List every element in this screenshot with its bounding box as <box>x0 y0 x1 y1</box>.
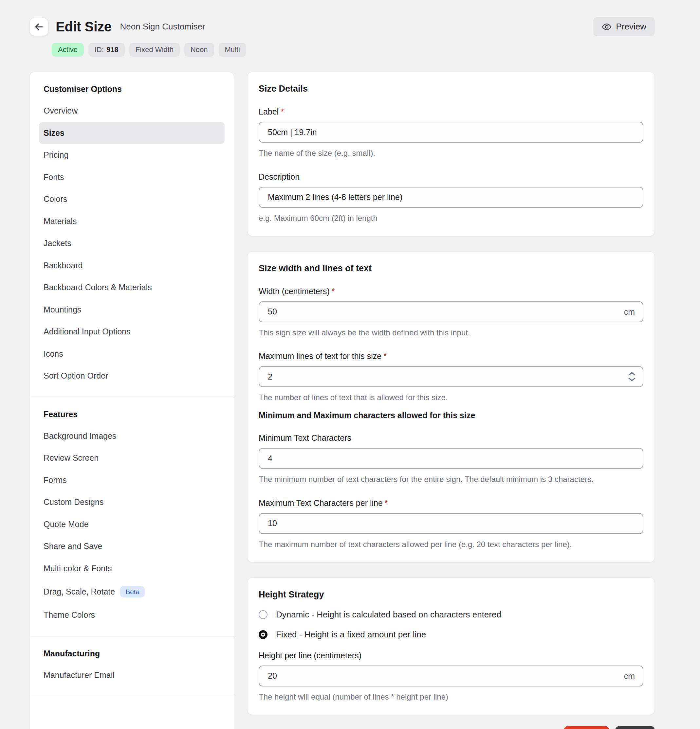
field-label-text: Width (centimeters) <box>259 287 330 296</box>
id-badge-value: 918 <box>106 45 118 54</box>
size-width-card: Size width and lines of text Width (cent… <box>247 251 655 562</box>
required-asterisk: * <box>385 498 388 507</box>
save-button[interactable]: Save <box>615 726 655 729</box>
sidebar-item-label: Fonts <box>44 173 64 182</box>
eye-icon <box>602 22 611 32</box>
max-chars-field-block: Maximum Text Characters per line* The ma… <box>259 498 643 550</box>
height-strategy-title: Height Strategy <box>259 590 643 600</box>
sidebar-item-label: Sort Option Order <box>44 371 108 380</box>
max-chars-field-label: Maximum Text Characters per line* <box>259 498 643 508</box>
height-strategy-option-fixed[interactable]: Fixed - Height is a fixed amount per lin… <box>259 630 643 640</box>
required-asterisk: * <box>281 107 284 116</box>
width-input[interactable] <box>259 301 643 322</box>
sidebar-item-label: Jackets <box>44 239 71 248</box>
max-lines-helper-text: The number of lines of text that is allo… <box>259 392 643 404</box>
sidebar-item-background-images[interactable]: Background Images <box>39 425 225 447</box>
description-helper-text: e.g. Maximum 60cm (2ft) in length <box>259 213 643 224</box>
sidebar-item-label: Drag, Scale, Rotate <box>44 587 115 597</box>
sidebar-item-mountings[interactable]: Mountings <box>39 299 225 321</box>
sidebar-section-title: Customiser Options <box>39 84 225 100</box>
size-width-title: Size width and lines of text <box>259 263 643 273</box>
sidebar-item-label: Manufacturer Email <box>44 671 115 680</box>
back-button[interactable] <box>29 18 48 36</box>
sidebar-item-backboard-colors-materials[interactable]: Backboard Colors & Materials <box>39 276 225 299</box>
description-field-block: Description e.g. Maximum 60cm (2ft) in l… <box>259 172 643 224</box>
sidebar-item-additional-input-options[interactable]: Additional Input Options <box>39 321 225 343</box>
height-per-line-field-block: Height per line (centimeters) cm The hei… <box>259 651 643 703</box>
field-label-text: Maximum lines of text for this size <box>259 351 381 360</box>
height-per-line-input[interactable] <box>259 665 643 687</box>
badge-row: Active ID: 918 Fixed Width Neon Multi <box>52 43 655 57</box>
sidebar-item-label: Review Screen <box>44 453 99 463</box>
radio-unchecked-icon[interactable] <box>259 610 268 619</box>
sidebar-item-label: Materials <box>44 217 77 226</box>
preview-button-label: Preview <box>616 22 646 32</box>
sidebar-item-custom-designs[interactable]: Custom Designs <box>39 491 225 513</box>
id-badge: ID: 918 <box>89 43 125 57</box>
label-field-label: Label* <box>259 107 643 116</box>
preview-button[interactable]: Preview <box>593 17 655 36</box>
sidebar-item-overview[interactable]: Overview <box>39 100 225 122</box>
sidebar-item-colors[interactable]: Colors <box>39 188 225 211</box>
sidebar-item-backboard[interactable]: Backboard <box>39 254 225 277</box>
tag-badge-neon: Neon <box>184 43 214 57</box>
sidebar-item-review-screen[interactable]: Review Screen <box>39 447 225 469</box>
sidebar-section-features: Features Background Images Review Screen… <box>30 397 234 636</box>
sidebar-item-sort-option-order[interactable]: Sort Option Order <box>39 365 225 387</box>
sidebar-item-multi-color-fonts[interactable]: Multi-color & Fonts <box>39 558 225 580</box>
sidebar-item-jackets[interactable]: Jackets <box>39 232 225 254</box>
id-badge-label: ID: <box>95 45 104 54</box>
required-asterisk: * <box>332 287 335 296</box>
sidebar-item-drag-scale-rotate[interactable]: Drag, Scale, Rotate Beta <box>39 579 225 604</box>
sidebar-item-label: Multi-color & Fonts <box>44 564 112 573</box>
main-panel: Size Details Label* The name of the size… <box>247 72 655 729</box>
width-helper-text: This sign size will always be the width … <box>259 327 643 339</box>
sidebar-item-share-and-save[interactable]: Share and Save <box>39 535 225 558</box>
sidebar-item-label: Sizes <box>44 129 64 138</box>
sidebar-item-pricing[interactable]: Pricing <box>39 144 225 166</box>
width-field-block: Width (centimeters)* cm This sign size w… <box>259 287 643 339</box>
sidebar: Customiser Options Overview Sizes Pricin… <box>29 72 234 729</box>
sidebar-item-fonts[interactable]: Fonts <box>39 166 225 189</box>
sidebar-item-label: Icons <box>44 350 63 359</box>
sidebar-item-manufacturer-email[interactable]: Manufacturer Email <box>39 664 225 687</box>
label-input[interactable] <box>259 122 643 143</box>
sidebar-section-customiser-options: Customiser Options Overview Sizes Pricin… <box>30 72 234 397</box>
radio-option-label: Dynamic - Height is calculated based on … <box>276 610 501 620</box>
beta-badge: Beta <box>120 586 145 597</box>
label-field-block: Label* The name of the size (e.g. small)… <box>259 107 643 159</box>
edit-size-page: Edit Size Neon Sign Customiser Preview A… <box>0 0 700 729</box>
sidebar-section-manufacturing: Manufacturing Manufacturer Email <box>30 636 234 696</box>
number-stepper[interactable] <box>628 371 636 382</box>
sidebar-item-forms[interactable]: Forms <box>39 469 225 491</box>
field-label-text: Label <box>259 107 279 116</box>
max-chars-input[interactable] <box>259 513 643 534</box>
chevron-up-icon <box>628 371 636 376</box>
min-max-subheading: Minimum and Maximum characters allowed f… <box>259 411 643 420</box>
form-actions: Delete Save <box>247 726 655 729</box>
sidebar-item-icons[interactable]: Icons <box>39 343 225 365</box>
sidebar-item-quote-mode[interactable]: Quote Mode <box>39 513 225 536</box>
height-strategy-option-dynamic[interactable]: Dynamic - Height is calculated based on … <box>259 610 643 620</box>
tag-badge-multi: Multi <box>219 43 246 57</box>
min-chars-input[interactable] <box>259 448 643 469</box>
delete-button[interactable]: Delete <box>564 726 609 729</box>
sidebar-item-label: Pricing <box>44 151 68 160</box>
sidebar-item-theme-colors[interactable]: Theme Colors <box>39 604 225 626</box>
sidebar-item-materials[interactable]: Materials <box>39 211 225 232</box>
height-strategy-card: Height Strategy Dynamic - Height is calc… <box>247 578 655 715</box>
radio-checked-icon[interactable] <box>259 630 268 639</box>
sidebar-item-sizes[interactable]: Sizes <box>39 122 225 144</box>
min-chars-field-label: Minimum Text Characters <box>259 433 643 443</box>
sidebar-item-label: Additional Input Options <box>44 327 130 336</box>
page-header: Edit Size Neon Sign Customiser Preview <box>29 17 655 36</box>
sidebar-item-label: Overview <box>44 106 78 116</box>
max-lines-input[interactable] <box>259 366 643 387</box>
sidebar-item-label: Theme Colors <box>44 611 95 620</box>
arrow-left-icon <box>33 21 45 32</box>
description-input[interactable] <box>259 187 643 208</box>
width-field-label: Width (centimeters)* <box>259 287 643 296</box>
label-helper-text: The name of the size (e.g. small). <box>259 148 643 159</box>
max-chars-helper-text: The maximum number of text characters al… <box>259 539 643 550</box>
sidebar-item-label: Backboard <box>44 261 83 270</box>
